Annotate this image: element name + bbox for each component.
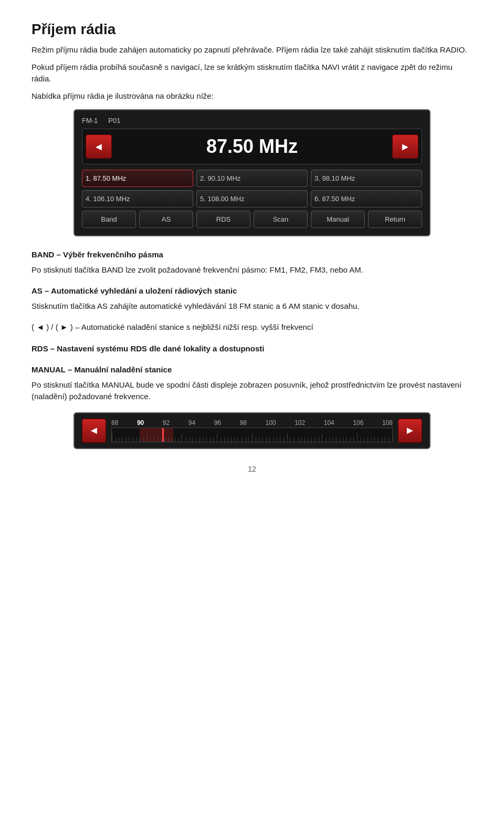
- radio-next-button[interactable]: ►: [392, 134, 418, 159]
- section-rds: RDS – Nastavení systému RDS dle dané lok…: [32, 343, 472, 355]
- preset-button-6[interactable]: 6. 87.50 MHz: [311, 190, 422, 207]
- slider-tick-4: [126, 438, 130, 442]
- preset-button-1[interactable]: 1. 87.50 MHz: [82, 170, 193, 187]
- manual-title: MANUAL – Manuální naladění stanice: [32, 364, 472, 376]
- slider-tick-0: [112, 433, 116, 442]
- slider-tick-3: [122, 438, 126, 442]
- band-body: Po stisknutí tlačítka BAND lze zvolit po…: [32, 264, 472, 276]
- slider-tick-59: [319, 438, 322, 442]
- slider-tick-41: [256, 438, 259, 442]
- section-manual: MANUAL – Manuální naladění stanice Po st…: [32, 364, 472, 403]
- slider-tick-71: [361, 438, 364, 442]
- slider-label-90: 90: [137, 419, 144, 426]
- radio-prev-button[interactable]: ◄: [86, 134, 112, 159]
- radio-frequency: 87.50 MHz: [115, 136, 389, 158]
- slider-label-108: 108: [382, 419, 393, 426]
- slider-tick-11: [150, 438, 154, 442]
- slider-tick-67: [346, 438, 350, 442]
- slider-tick-39: [248, 438, 252, 442]
- slider-tick-43: [262, 438, 266, 442]
- slider-label-102: 102: [295, 419, 305, 426]
- slider-tick-32: [224, 438, 228, 442]
- slider-tick-61: [326, 438, 329, 442]
- action-button-band[interactable]: Band: [82, 211, 136, 228]
- slider-tick-50: [287, 433, 291, 442]
- radio-freq-display: ◄ 87.50 MHz ►: [82, 129, 422, 164]
- slider-tick-40: [252, 433, 256, 442]
- action-button-rds[interactable]: RDS: [196, 211, 250, 228]
- slider-tick-75: [374, 438, 378, 442]
- slider-tick-30: [217, 433, 220, 442]
- slider-tick-46: [273, 438, 277, 442]
- slider-tick-13: [158, 438, 161, 442]
- slider-ui-mockup: ◄ 889092949698100102104106108 ►: [74, 412, 430, 449]
- slider-tick-69: [353, 438, 357, 442]
- slider-tick-7: [136, 438, 140, 442]
- slider-labels: 889092949698100102104106108: [111, 419, 393, 426]
- slider-tick-12: [154, 438, 158, 442]
- slider-tick-19: [178, 438, 182, 442]
- slider-tick-2: [119, 438, 122, 442]
- slider-tick-70: [357, 433, 361, 442]
- action-button-return[interactable]: Return: [368, 211, 422, 228]
- slider-tick-45: [269, 438, 273, 442]
- slider-tick-26: [203, 438, 206, 442]
- slider-label-104: 104: [324, 419, 334, 426]
- action-button-as[interactable]: AS: [139, 211, 193, 228]
- slider-tick-14: [161, 438, 164, 442]
- slider-tick-51: [290, 438, 294, 442]
- preset-button-2[interactable]: 2. 90.10 MHz: [196, 170, 308, 187]
- page-number: 12: [32, 465, 472, 473]
- page-title: Příjem rádia: [32, 21, 472, 38]
- slider-label-94: 94: [188, 419, 195, 426]
- slider-tick-33: [227, 438, 231, 442]
- slider-label-92: 92: [163, 419, 170, 426]
- preset-button-5[interactable]: 5. 108.00 MHz: [196, 190, 308, 207]
- slider-tick-18: [175, 438, 178, 442]
- slider-tick-65: [340, 438, 343, 442]
- slider-tick-27: [206, 438, 210, 442]
- slider-tick-15: [164, 438, 168, 442]
- slider-tick-35: [235, 438, 238, 442]
- slider-tick-16: [168, 438, 172, 442]
- section-band: BAND – Výběr frekvenčního pásma Po stisk…: [32, 249, 472, 276]
- slider-tick-48: [280, 438, 284, 442]
- band-title: BAND – Výběr frekvenčního pásma: [32, 249, 472, 261]
- intro-para1: Režim příjmu rádia bude zahájen automati…: [32, 44, 472, 56]
- action-button-scan[interactable]: Scan: [254, 211, 308, 228]
- slider-tick-72: [364, 438, 368, 442]
- slider-tick-5: [129, 438, 133, 442]
- slider-next-button[interactable]: ►: [398, 419, 422, 443]
- slider-label-106: 106: [353, 419, 363, 426]
- slider-tick-9: [143, 438, 147, 442]
- slider-tick-8: [140, 438, 143, 442]
- radio-band-label: FM-1: [82, 117, 98, 124]
- slider-label-100: 100: [266, 419, 276, 426]
- slider-tick-44: [266, 438, 270, 442]
- illustration-label: Nabídka příjmu rádia je ilustrována na o…: [32, 90, 472, 102]
- radio-action-grid: BandASRDSScanManualReturn: [82, 211, 422, 228]
- preset-button-4[interactable]: 4. 106.10 MHz: [82, 190, 193, 207]
- slider-label-96: 96: [214, 419, 221, 426]
- slider-tick-42: [259, 438, 262, 442]
- slider-tick-17: [171, 438, 175, 442]
- nav-buttons-text: ( ◄ ) / ( ► ) – Automatické naladění sta…: [32, 321, 472, 334]
- slider-tick-49: [284, 438, 287, 442]
- slider-tick-36: [238, 438, 242, 442]
- slider-prev-button[interactable]: ◄: [82, 419, 106, 443]
- slider-tick-38: [245, 438, 249, 442]
- slider-tick-28: [210, 438, 214, 442]
- slider-tick-64: [336, 438, 340, 442]
- slider-tick-56: [308, 438, 312, 442]
- action-button-manual[interactable]: Manual: [311, 211, 365, 228]
- slider-ticks: [112, 428, 392, 442]
- preset-button-3[interactable]: 3. 98.10 MHz: [311, 170, 422, 187]
- slider-tick-23: [192, 438, 196, 442]
- as-body: Stisknutím tlačítka AS zahájíte automati…: [32, 300, 472, 313]
- slider-tick-76: [378, 438, 382, 442]
- slider-tick-78: [385, 438, 388, 442]
- slider-tick-68: [350, 438, 354, 442]
- slider-tick-37: [242, 438, 245, 442]
- slider-tick-22: [189, 438, 193, 442]
- rds-title: RDS – Nastavení systému RDS dle dané lok…: [32, 343, 472, 355]
